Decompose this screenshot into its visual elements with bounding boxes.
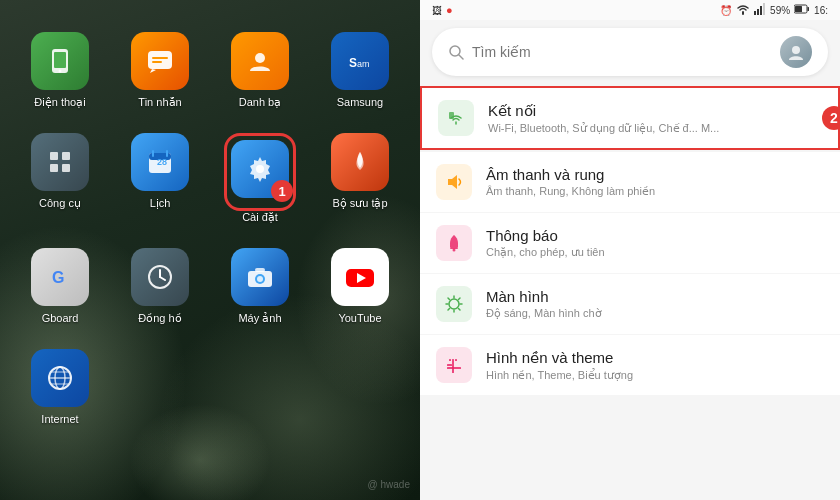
contacts-icon <box>231 32 289 90</box>
battery-text: 59% <box>770 5 790 16</box>
settings-item-hinh-nen[interactable]: Hình nền và theme Hình nền, Theme, Biểu … <box>420 335 840 395</box>
ket-noi-title: Kết nối <box>488 102 822 120</box>
settings-item-am-thanh[interactable]: Âm thanh và rung Âm thanh, Rung, Không l… <box>420 152 840 212</box>
thong-bao-title: Thông báo <box>486 227 824 244</box>
svg-point-2 <box>59 70 62 73</box>
app-may-anh[interactable]: Máy ảnh <box>210 236 310 337</box>
svg-rect-5 <box>152 61 162 63</box>
user-avatar[interactable] <box>780 36 812 68</box>
svg-point-6 <box>255 53 265 63</box>
app-label: Điện thoại <box>34 96 85 109</box>
app-youtube[interactable]: YouTube <box>310 236 410 337</box>
app-label: Công cụ <box>39 197 81 210</box>
app-gboard[interactable]: G Gboard <box>10 236 110 337</box>
step2-badge: 2 <box>822 106 840 130</box>
wifi-settings-icon <box>446 108 466 128</box>
settings-item-thong-bao[interactable]: Thông báo Chặn, cho phép, ưu tiên <box>420 213 840 273</box>
svg-rect-40 <box>808 7 810 11</box>
svg-point-43 <box>792 46 800 54</box>
svg-text:28: 28 <box>157 157 167 167</box>
app-bo-suu-tap[interactable]: Bộ sưu tập <box>310 121 410 236</box>
svg-rect-39 <box>795 6 802 12</box>
am-thanh-text: Âm thanh và rung Âm thanh, Rung, Không l… <box>486 166 824 198</box>
app-label: Máy ảnh <box>238 312 281 325</box>
app-internet[interactable]: Internet <box>10 337 110 437</box>
svg-rect-60 <box>455 359 457 361</box>
sound-icon-wrap <box>436 164 472 200</box>
svg-rect-4 <box>152 57 168 59</box>
notification-icon: 🖼 <box>432 5 442 16</box>
svg-rect-10 <box>62 152 70 160</box>
time-display: 16: <box>814 5 828 16</box>
svg-rect-3 <box>148 51 172 69</box>
step1-badge: 1 <box>271 180 293 202</box>
status-bar: 🖼 ● ⏰ 59% <box>420 0 840 20</box>
watermark: @ hwade <box>368 479 410 490</box>
camera-icon <box>231 248 289 306</box>
hinh-nen-subtitle: Hình nền, Theme, Biểu tượng <box>486 369 824 382</box>
am-thanh-subtitle: Âm thanh, Rung, Không làm phiền <box>486 185 824 198</box>
svg-line-22 <box>160 277 165 280</box>
youtube-icon <box>331 248 389 306</box>
gboard-icon: G <box>31 248 89 306</box>
search-input[interactable] <box>472 44 772 60</box>
settings-item-ket-noi[interactable]: Kết nối Wi-Fi, Bluetooth, Sử dụng dữ liệ… <box>420 86 840 150</box>
app-label: Tin nhắn <box>138 96 181 109</box>
svg-point-47 <box>449 299 459 309</box>
man-hinh-subtitle: Độ sáng, Màn hình chờ <box>486 307 824 320</box>
svg-rect-1 <box>54 52 66 68</box>
svg-rect-36 <box>760 6 762 15</box>
app-label: Samsung <box>337 96 383 108</box>
signal-icon <box>754 3 766 17</box>
display-icon-wrap <box>436 286 472 322</box>
app-dien-thoai[interactable]: Điện thoại <box>10 20 110 121</box>
app-danh-ba[interactable]: Danh bạ <box>210 20 310 121</box>
man-hinh-text: Màn hình Độ sáng, Màn hình chờ <box>486 288 824 320</box>
man-hinh-title: Màn hình <box>486 288 824 305</box>
msg-icon <box>131 32 189 90</box>
left-panel: Điện thoại Tin nhắn Danh bạ <box>0 0 420 500</box>
svg-point-46 <box>453 249 456 252</box>
app-cong-cu[interactable]: Công cụ <box>10 121 110 236</box>
svg-rect-26 <box>255 268 265 272</box>
svg-rect-12 <box>62 164 70 172</box>
hinh-nen-text: Hình nền và theme Hình nền, Theme, Biểu … <box>486 349 824 382</box>
status-right: ⏰ 59% <box>720 3 828 17</box>
svg-rect-59 <box>449 359 451 361</box>
app-label: Gboard <box>42 312 79 324</box>
app-cai-dat[interactable]: 1 Cài đặt <box>210 121 310 236</box>
search-icon <box>448 44 464 60</box>
svg-line-42 <box>459 55 463 59</box>
sound-settings-icon <box>444 172 464 192</box>
right-panel: 🖼 ● ⏰ 59% <box>420 0 840 500</box>
app-lich[interactable]: 28 Lịch <box>110 121 210 236</box>
am-thanh-title: Âm thanh và rung <box>486 166 824 183</box>
app-label: Bộ sưu tập <box>332 197 387 210</box>
tools-icon <box>31 133 89 191</box>
app-label: Lịch <box>150 197 171 210</box>
svg-rect-35 <box>757 9 759 15</box>
status-left: 🖼 ● <box>432 4 453 16</box>
app-samsung[interactable]: S am Samsung <box>310 20 410 121</box>
settings-highlight-border: 1 <box>224 133 296 211</box>
app-dong-ho[interactable]: Đồng hồ <box>110 236 210 337</box>
svg-rect-58 <box>452 359 454 373</box>
app-label: Đồng hồ <box>138 312 181 325</box>
app-tin-nhan[interactable]: Tin nhắn <box>110 20 210 121</box>
app-label: Cài đặt <box>242 211 278 224</box>
svg-rect-34 <box>754 11 756 15</box>
notification-icon-wrap <box>436 225 472 261</box>
search-bar[interactable] <box>432 28 828 76</box>
svg-text:S: S <box>349 56 357 70</box>
thong-bao-text: Thông báo Chặn, cho phép, ưu tiên <box>486 227 824 259</box>
calendar-icon: 28 <box>131 133 189 191</box>
svg-text:G: G <box>52 269 64 286</box>
battery-icon <box>794 4 810 16</box>
settings-item-man-hinh[interactable]: Màn hình Độ sáng, Màn hình chờ <box>420 274 840 334</box>
svg-rect-11 <box>50 164 58 172</box>
svg-line-53 <box>459 309 461 311</box>
app-label: YouTube <box>338 312 381 324</box>
thong-bao-subtitle: Chặn, cho phép, ưu tiên <box>486 246 824 259</box>
svg-line-52 <box>448 298 450 300</box>
svg-rect-56 <box>447 364 452 366</box>
